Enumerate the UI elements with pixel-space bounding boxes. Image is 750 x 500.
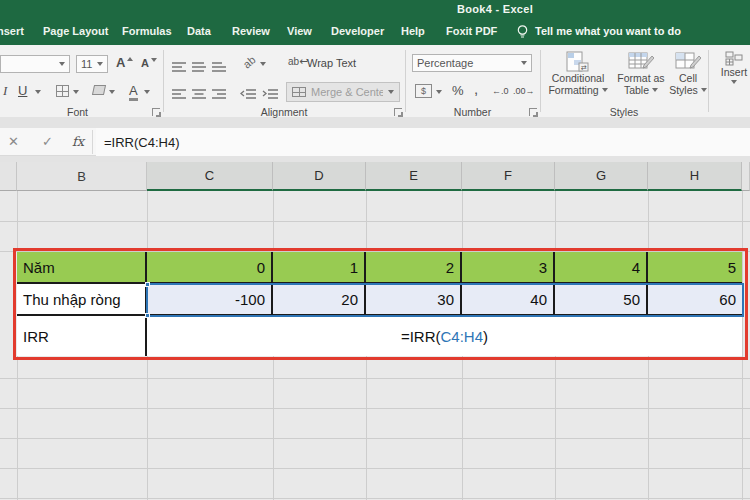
chevron-down-icon <box>521 61 527 65</box>
gridline <box>0 498 750 499</box>
fill-color-dropdown[interactable] <box>109 90 115 94</box>
tell-me-box[interactable]: Tell me what you want to do <box>535 25 681 37</box>
column-header-e[interactable]: E <box>366 162 462 191</box>
wrap-text-button[interactable]: Wrap Text <box>307 57 356 69</box>
excel-window: Book4 - Excel nsert Page Layout Formulas… <box>0 0 750 500</box>
group-separator <box>405 50 406 112</box>
styles-group-label: Styles <box>540 106 708 118</box>
accounting-dropdown[interactable] <box>436 90 442 94</box>
insert-function-button[interactable]: fx <box>72 134 84 149</box>
orientation-dropdown[interactable] <box>260 62 266 66</box>
gridline <box>0 221 750 222</box>
tab-view[interactable]: View <box>287 25 312 37</box>
formula-suffix: ) <box>483 328 488 345</box>
column-header-d[interactable]: D <box>273 162 366 191</box>
number-dialog-launcher-icon[interactable] <box>529 108 537 116</box>
cell-d4[interactable]: 20 <box>273 284 366 316</box>
cell-styles-button[interactable]: Cell Styles <box>668 51 708 96</box>
column-header-g[interactable]: G <box>555 162 648 191</box>
cell-c4[interactable]: -100 <box>147 284 273 316</box>
percent-style-button[interactable]: % <box>452 83 464 98</box>
align-middle-icon[interactable] <box>192 58 206 76</box>
cell-c5-irr-formula[interactable]: =IRR(C4:H4) <box>147 316 742 356</box>
shrink-font-button[interactable]: A <box>141 57 157 69</box>
font-color-letter: A <box>129 83 138 101</box>
borders-dropdown[interactable] <box>73 90 79 94</box>
insert-cells-button[interactable]: Insert <box>714 51 750 84</box>
column-header-f[interactable]: F <box>462 162 555 191</box>
conditional-formatting-label: Conditional <box>552 72 605 84</box>
increase-decimal-icon: ←.0 <box>492 86 509 96</box>
tab-review[interactable]: Review <box>232 25 270 37</box>
comma-style-button[interactable]: , <box>474 80 478 97</box>
underline-button[interactable]: U <box>18 83 27 98</box>
grow-font-button[interactable]: A <box>116 55 133 70</box>
percent-icon: % <box>452 83 464 98</box>
cell-f4[interactable]: 40 <box>462 284 555 316</box>
align-right-icon[interactable] <box>212 85 226 103</box>
cell-h4[interactable]: 60 <box>648 284 742 316</box>
accounting-format-icon[interactable]: $ <box>415 84 432 98</box>
column-header-h[interactable]: H <box>648 162 742 191</box>
font-color-button[interactable]: A <box>129 83 138 101</box>
caret-down-icon <box>151 58 157 62</box>
cancel-button[interactable]: ✕ <box>8 134 19 149</box>
increase-decimal-button[interactable]: ←.0 <box>492 86 509 96</box>
font-color-dropdown[interactable] <box>144 90 150 94</box>
cell-c3[interactable]: 0 <box>147 252 273 284</box>
format-as-table-label: Format as <box>617 72 664 84</box>
format-as-table-button[interactable]: Format as Table <box>612 51 670 96</box>
cell-e3[interactable]: 2 <box>366 252 462 284</box>
decrease-indent-icon[interactable] <box>240 85 256 103</box>
cell-f3[interactable]: 3 <box>462 252 555 284</box>
align-center-icon[interactable] <box>192 85 206 103</box>
tab-developer[interactable]: Developer <box>331 25 384 37</box>
align-bottom-icon[interactable] <box>212 58 226 76</box>
align-left-icon[interactable] <box>172 85 186 103</box>
cell-e4[interactable]: 30 <box>366 284 462 316</box>
group-separator <box>708 50 709 112</box>
chevron-down-icon <box>59 62 65 66</box>
decrease-decimal-button[interactable]: .00→ <box>513 86 535 96</box>
format-as-table-icon <box>628 51 654 72</box>
tab-formulas[interactable]: Formulas <box>122 25 172 37</box>
font-size-combo[interactable]: 11 <box>76 55 108 73</box>
fill-color-icon[interactable] <box>92 85 106 95</box>
column-header-i-sliver[interactable] <box>742 162 750 191</box>
merge-center-button[interactable]: Merge & Center <box>286 82 400 102</box>
merge-center-dropdown[interactable] <box>388 90 394 94</box>
enter-button[interactable]: ✓ <box>42 134 53 149</box>
column-header-a-sliver[interactable] <box>0 162 17 191</box>
font-name-combo[interactable] <box>0 55 70 73</box>
alignment-dialog-launcher-icon[interactable] <box>394 108 402 116</box>
tab-page-layout[interactable]: Page Layout <box>43 25 108 37</box>
column-header-c[interactable]: C <box>147 162 273 191</box>
number-format-combo[interactable]: Percentage <box>412 54 532 72</box>
cell-d3[interactable]: 1 <box>273 252 366 284</box>
italic-button[interactable]: I <box>3 83 7 99</box>
cell-g3[interactable]: 4 <box>555 252 648 284</box>
tab-data[interactable]: Data <box>187 25 211 37</box>
tab-insert[interactable]: nsert <box>0 25 24 37</box>
caret-down-icon <box>602 88 608 92</box>
cell-b5-irr-label[interactable]: IRR <box>17 316 147 356</box>
cell-h3[interactable]: 5 <box>648 252 742 284</box>
formula-range-reference: C4:H4 <box>441 328 484 345</box>
insert-cells-icon <box>725 51 743 66</box>
formula-bar-divider <box>92 130 93 154</box>
increase-indent-icon[interactable] <box>262 85 278 103</box>
font-size-value: 11 <box>81 58 97 70</box>
cell-b3-year-label[interactable]: Năm <box>17 252 147 284</box>
tab-foxit-pdf[interactable]: Foxit PDF <box>446 25 497 37</box>
column-header-b[interactable]: B <box>17 162 147 191</box>
conditional-formatting-button[interactable]: ⇄ Conditional Formatting <box>546 51 610 96</box>
underline-dropdown[interactable] <box>35 90 41 94</box>
tab-help[interactable]: Help <box>401 25 425 37</box>
font-dialog-launcher-icon[interactable] <box>152 108 160 116</box>
cell-b4-income-label[interactable]: Thu nhập ròng <box>17 284 147 316</box>
align-top-icon[interactable] <box>172 58 186 76</box>
formula-input[interactable]: =IRR(C4:H4) <box>96 128 750 156</box>
grow-font-letter: A <box>116 55 125 70</box>
borders-icon[interactable] <box>56 85 69 97</box>
cell-g4[interactable]: 50 <box>555 284 648 316</box>
